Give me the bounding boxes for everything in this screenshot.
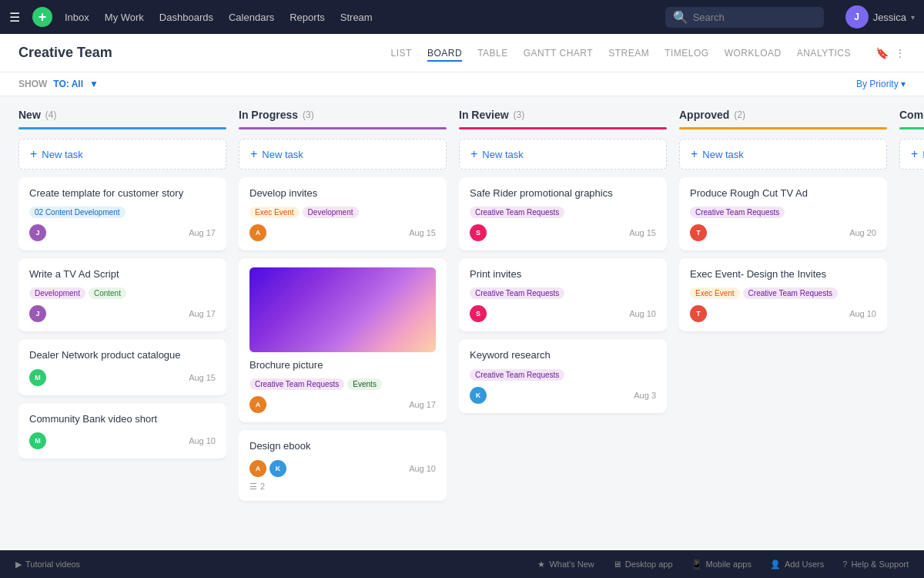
task-tag[interactable]: Creative Team Requests <box>743 287 838 299</box>
task-tag[interactable]: Content <box>89 287 126 299</box>
task-card[interactable]: Brochure pictureCreative Team RequestsEv… <box>239 258 447 422</box>
help-support-button[interactable]: ? Help & Support <box>842 560 909 569</box>
search-bar[interactable]: 🔍 <box>665 7 824 28</box>
new-task-button-in-progress[interactable]: +New task <box>239 139 447 170</box>
nav-calendars[interactable]: Calendars <box>229 12 274 23</box>
task-tags: Creative Team Requests <box>470 369 656 381</box>
task-title: Keyword research <box>470 348 656 362</box>
task-card[interactable]: Develop invitesExec EventDevelopment A A… <box>239 177 447 250</box>
task-title: Write a TV Ad Script <box>29 267 216 281</box>
bookmark-icon[interactable]: 🔖 <box>875 47 889 59</box>
nav-dashboards[interactable]: Dashboards <box>159 12 213 23</box>
search-input[interactable] <box>693 12 816 23</box>
task-date: Aug 10 <box>409 464 436 473</box>
tab-workload[interactable]: WORKLOAD <box>725 45 782 62</box>
filter-icon[interactable]: ▼ <box>89 79 99 89</box>
avatar: A <box>249 460 266 477</box>
avatar: S <box>470 305 487 322</box>
tasks-list-approved: Produce Rough Cut TV AdCreative Team Req… <box>679 177 887 538</box>
task-footer: M Aug 15 <box>29 369 216 386</box>
task-card[interactable]: Design ebook AK Aug 10 ☰ 2 <box>239 430 447 500</box>
workspace-header: Creative Team LIST BOARD TABLE GANTT CHA… <box>0 34 924 72</box>
column-title: In Review <box>459 109 509 121</box>
task-tags: Exec EventDevelopment <box>249 207 436 218</box>
task-date: Aug 17 <box>409 400 436 409</box>
task-date: Aug 20 <box>849 228 876 237</box>
avatar: A <box>249 396 266 413</box>
task-date: Aug 15 <box>409 228 436 237</box>
new-task-button-completed[interactable]: +New ta... <box>899 139 924 170</box>
column-header-in-progress: In Progress (3) <box>239 109 447 129</box>
tab-gantt-chart[interactable]: GANTT CHART <box>524 45 593 62</box>
tab-list[interactable]: LIST <box>391 45 412 62</box>
whats-new-button[interactable]: ★ What's New <box>537 560 594 570</box>
task-card[interactable]: Dealer Network product catalogue M Aug 1… <box>18 339 226 395</box>
task-tag[interactable]: Creative Team Requests <box>470 287 564 299</box>
task-tag[interactable]: Exec Event <box>690 287 740 299</box>
tab-timelog[interactable]: TIMELOG <box>665 45 709 62</box>
column-completed: Completed (0)+New ta... <box>899 109 924 538</box>
task-tag[interactable]: Creative Team Requests <box>470 369 564 381</box>
desktop-app-button[interactable]: 🖥 Desktop app <box>613 560 673 569</box>
task-card[interactable]: Exec Event- Design the InvitesExec Event… <box>679 258 887 331</box>
mobile-apps-button[interactable]: 📱 Mobile apps <box>691 560 752 570</box>
task-card[interactable]: Keyword researchCreative Team Requests K… <box>459 339 667 412</box>
task-tag[interactable]: Creative Team Requests <box>690 207 785 218</box>
column-indicator <box>239 127 447 129</box>
sort-priority-button[interactable]: By Priority ▾ <box>856 79 906 89</box>
task-footer: J Aug 17 <box>29 305 216 322</box>
avatar-extra: K <box>270 460 286 477</box>
task-tag[interactable]: Development <box>29 287 85 299</box>
user-menu[interactable]: J Jessica ▾ <box>845 5 915 29</box>
task-card[interactable]: Create template for customer story02 Con… <box>18 177 226 250</box>
mobile-apps-label: Mobile apps <box>706 560 752 569</box>
hamburger-icon[interactable]: ☰ <box>9 10 20 25</box>
more-options-icon[interactable]: ⋮ <box>895 47 906 59</box>
task-tag[interactable]: Development <box>303 207 359 218</box>
task-avatars: T <box>690 305 707 322</box>
workspace-title: Creative Team <box>18 45 391 61</box>
column-header-new: New (4) <box>18 109 226 129</box>
create-button[interactable]: + <box>32 7 52 27</box>
desktop-icon: 🖥 <box>613 560 621 569</box>
task-card[interactable]: Write a TV Ad ScriptDevelopmentContent J… <box>18 258 226 331</box>
tab-stream[interactable]: STREAM <box>608 45 649 62</box>
task-title: Create template for customer story <box>29 187 216 200</box>
tab-table[interactable]: TABLE <box>477 45 508 62</box>
task-tag[interactable]: Creative Team Requests <box>470 207 564 218</box>
column-indicator <box>679 127 887 129</box>
task-title: Print invites <box>470 267 656 281</box>
task-date: Aug 17 <box>189 228 216 237</box>
task-tag[interactable]: 02 Content Development <box>29 207 126 218</box>
nav-stream[interactable]: Stream <box>340 12 373 23</box>
nav-mywork[interactable]: My Work <box>105 12 144 23</box>
filter-to-all[interactable]: TO: All <box>53 79 83 89</box>
new-task-button-new[interactable]: +New task <box>18 139 226 170</box>
nav-inbox[interactable]: Inbox <box>65 12 89 23</box>
avatar: T <box>690 224 707 241</box>
task-card[interactable]: Community Bank video short M Aug 10 <box>18 403 226 459</box>
task-card[interactable]: Safe Rider promotional graphicsCreative … <box>459 177 667 250</box>
avatar: T <box>690 305 707 322</box>
task-card[interactable]: Produce Rough Cut TV AdCreative Team Req… <box>679 177 887 250</box>
avatar: K <box>470 387 487 404</box>
column-count: (4) <box>45 109 57 120</box>
new-task-button-approved[interactable]: +New task <box>679 139 887 170</box>
nav-reports[interactable]: Reports <box>290 12 325 23</box>
tab-board[interactable]: BOARD <box>427 45 462 62</box>
task-tag[interactable]: Creative Team Requests <box>249 378 344 390</box>
view-actions: 🔖 ⋮ <box>875 47 906 59</box>
tasks-list-new: Create template for customer story02 Con… <box>18 177 226 538</box>
new-task-button-in-review[interactable]: +New task <box>459 139 667 170</box>
task-date: Aug 10 <box>849 309 876 318</box>
task-avatars: S <box>470 305 487 322</box>
task-title: Exec Event- Design the Invites <box>690 267 876 281</box>
task-footer: S Aug 10 <box>470 305 656 322</box>
task-avatars: J <box>29 305 46 322</box>
task-tag[interactable]: Events <box>347 378 382 390</box>
task-tag[interactable]: Exec Event <box>249 207 300 218</box>
tab-analytics[interactable]: ANALYTICS <box>797 45 851 62</box>
task-card[interactable]: Print invitesCreative Team Requests S Au… <box>459 258 667 331</box>
add-users-button[interactable]: 👤 Add Users <box>770 560 824 570</box>
tutorial-videos-button[interactable]: ▶ Tutorial videos <box>15 560 80 570</box>
